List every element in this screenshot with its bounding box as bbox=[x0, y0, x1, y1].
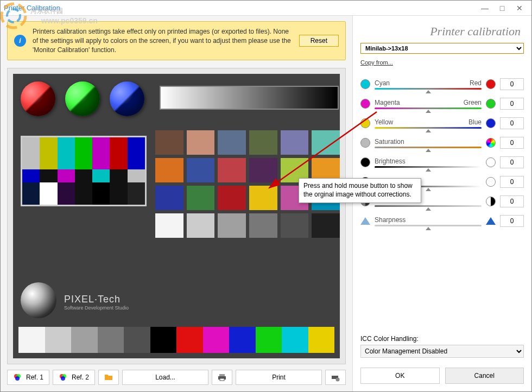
gradient-strip bbox=[160, 86, 339, 110]
slider-value[interactable]: 0 bbox=[500, 117, 524, 129]
slider-value[interactable]: 0 bbox=[500, 137, 524, 149]
swatch bbox=[249, 213, 277, 238]
swatch bbox=[187, 130, 215, 155]
swatch bbox=[155, 158, 183, 182]
strip-cell bbox=[150, 327, 177, 353]
icc-select[interactable]: Color Management Disabled bbox=[360, 345, 524, 358]
logo-sphere bbox=[21, 282, 56, 318]
swatch bbox=[218, 186, 246, 210]
swatch bbox=[187, 186, 215, 210]
strip-cell bbox=[71, 327, 98, 353]
swatch bbox=[249, 130, 277, 155]
ok-button[interactable]: OK bbox=[360, 368, 440, 384]
bottom-color-strip bbox=[18, 327, 334, 353]
slider-value[interactable]: 0 bbox=[500, 176, 524, 188]
print-settings-button[interactable] bbox=[325, 370, 346, 385]
slider-left-icon bbox=[360, 217, 370, 225]
strip-cell bbox=[176, 327, 203, 353]
folder-button[interactable] bbox=[98, 370, 119, 385]
bottom-toolbar: Ref. 1 Ref. 2 Load... Print bbox=[7, 370, 346, 385]
rgb-icon bbox=[13, 373, 22, 382]
svg-point-5 bbox=[15, 376, 20, 381]
slider-value[interactable]: 0 bbox=[500, 98, 524, 110]
copy-from-link[interactable]: Copy from... bbox=[360, 59, 524, 66]
slider-right-icon bbox=[486, 177, 496, 187]
green-ball bbox=[65, 81, 100, 116]
slider-right-icon bbox=[486, 197, 496, 206]
svg-rect-11 bbox=[220, 378, 224, 381]
slider-track[interactable]: Sharpness bbox=[375, 216, 482, 226]
swatch bbox=[155, 213, 183, 238]
printer-gear-icon bbox=[331, 373, 340, 382]
slider-track[interactable]: MagentaGreen bbox=[375, 99, 482, 109]
swatch bbox=[312, 130, 340, 155]
strip-cell bbox=[124, 327, 150, 353]
swatch bbox=[155, 130, 183, 155]
strip-cell bbox=[98, 327, 124, 353]
calibration-preview[interactable]: PIXEL·Tech Software Development Studio P… bbox=[13, 74, 340, 358]
minimize-button[interactable]: — bbox=[476, 4, 493, 12]
logo-text: PIXEL·Tech Software Development Studio bbox=[64, 294, 129, 311]
strip-cell bbox=[282, 327, 308, 353]
slider-value[interactable]: 0 bbox=[500, 78, 524, 90]
load-button[interactable]: Load... bbox=[122, 370, 208, 385]
slider-yellow: YellowBlue0 bbox=[360, 113, 524, 133]
slider-right-icon bbox=[486, 99, 496, 109]
icc-section: ICC Color Handling: Color Management Dis… bbox=[360, 335, 524, 358]
slider-saturation: Saturation0 bbox=[360, 133, 524, 153]
slider-left-icon bbox=[360, 118, 370, 128]
slider-brightness: Brightness0 bbox=[360, 153, 524, 172]
slider-track[interactable]: Saturation bbox=[375, 138, 482, 148]
color-bars bbox=[21, 136, 147, 206]
folder-icon bbox=[104, 373, 113, 382]
printer-icon-button[interactable] bbox=[212, 370, 232, 385]
slider-left-icon bbox=[360, 138, 370, 148]
slider-track[interactable]: YellowBlue bbox=[375, 118, 482, 129]
strip-cell bbox=[203, 327, 230, 353]
slider-cyan: CyanRed0 bbox=[360, 74, 524, 94]
notice-text: Printers calibration settings take effec… bbox=[33, 27, 293, 54]
maximize-button[interactable]: □ bbox=[493, 4, 511, 12]
ref1-button[interactable]: Ref. 1 bbox=[7, 370, 49, 385]
slider-right-icon bbox=[486, 79, 496, 89]
print-button[interactable]: Print bbox=[236, 370, 322, 385]
red-ball bbox=[21, 81, 55, 116]
notice-bar: i Printers calibration settings take eff… bbox=[7, 21, 346, 60]
slider-value[interactable]: 0 bbox=[500, 156, 524, 168]
right-pane: Printer calibration Minilab->13x18 Copy … bbox=[352, 16, 531, 391]
panel-title: Printer calibration bbox=[353, 16, 531, 42]
rgb-icon bbox=[59, 373, 67, 382]
ref2-button[interactable]: Ref. 2 bbox=[53, 370, 95, 385]
strip-cell bbox=[45, 327, 72, 353]
swatch bbox=[187, 213, 215, 238]
svg-point-13 bbox=[336, 378, 340, 382]
slider-value[interactable]: 0 bbox=[500, 195, 524, 207]
close-button[interactable]: ✕ bbox=[511, 4, 528, 12]
svg-rect-9 bbox=[219, 374, 225, 376]
reset-button[interactable]: Reset bbox=[299, 35, 339, 47]
slider-left-icon bbox=[360, 157, 370, 167]
slider-value[interactable]: 0 bbox=[500, 215, 524, 227]
slider-sharpness: Sharpness0 bbox=[360, 211, 524, 231]
swatch bbox=[312, 213, 340, 238]
slider-left-icon bbox=[360, 99, 370, 109]
strip-cell bbox=[256, 327, 282, 353]
dialog-buttons: OK Cancel bbox=[353, 362, 531, 391]
slider-magenta: MagentaGreen0 bbox=[360, 94, 524, 113]
slider-track[interactable]: Brightness bbox=[375, 157, 482, 168]
preview-container: PIXEL·Tech Software Development Studio P… bbox=[7, 68, 346, 364]
strip-cell bbox=[308, 327, 335, 353]
svg-point-8 bbox=[61, 376, 65, 381]
swatch bbox=[281, 213, 309, 238]
profile-select[interactable]: Minilab->13x18 bbox=[360, 43, 524, 54]
slider-left-icon bbox=[360, 79, 370, 89]
slider-track[interactable]: CyanRed bbox=[375, 79, 482, 90]
swatch bbox=[218, 213, 246, 238]
strip-cell bbox=[229, 327, 256, 353]
profile-select-row: Minilab->13x18 bbox=[360, 43, 524, 54]
titlebar: Printer Calibration — □ ✕ bbox=[1, 1, 531, 16]
strip-cell bbox=[18, 327, 45, 353]
printer-icon bbox=[218, 373, 226, 382]
cancel-button[interactable]: Cancel bbox=[445, 368, 524, 384]
swatch bbox=[281, 130, 309, 155]
